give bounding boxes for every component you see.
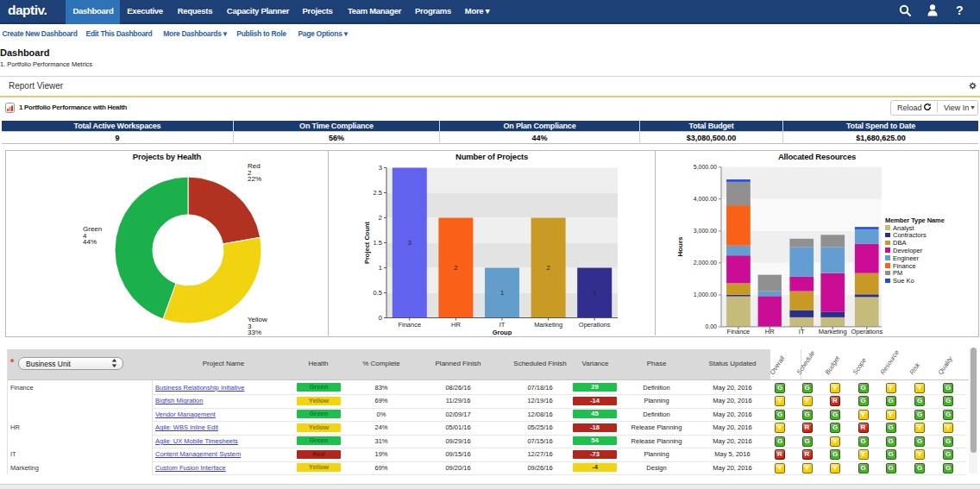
svg-text:5,000.00: 5,000.00 — [694, 164, 717, 170]
svg-text:1: 1 — [593, 289, 596, 297]
svg-text:2,000.00: 2,000.00 — [694, 260, 717, 266]
svg-text:Project Count: Project Count — [363, 221, 371, 264]
svg-text:Group: Group — [493, 329, 512, 335]
svg-text:3,000.00: 3,000.00 — [694, 228, 717, 234]
svg-text:2: 2 — [379, 214, 382, 222]
svg-text:Hours: Hours — [676, 236, 684, 257]
svg-text:3: 3 — [408, 239, 411, 247]
svg-text:1,000.00: 1,000.00 — [694, 292, 717, 298]
svg-text:Finance: Finance — [398, 321, 421, 329]
svg-text:2.5: 2.5 — [374, 189, 382, 197]
svg-text:HR: HR — [451, 321, 461, 329]
svg-text:1: 1 — [379, 264, 382, 272]
svg-text:2: 2 — [547, 264, 550, 272]
svg-text:IT: IT — [499, 321, 506, 329]
svg-text:1: 1 — [500, 289, 504, 297]
svg-text:0: 0 — [379, 314, 382, 322]
svg-text:2: 2 — [454, 264, 457, 272]
svg-text:0.5: 0.5 — [374, 289, 382, 297]
svg-text:Marketing: Marketing — [534, 321, 562, 329]
svg-text:0.00: 0.00 — [705, 323, 717, 329]
svg-text:4,000.00: 4,000.00 — [694, 196, 717, 202]
svg-text:Operations: Operations — [579, 321, 611, 329]
svg-text:1.5: 1.5 — [374, 239, 382, 247]
svg-text:3: 3 — [379, 164, 382, 172]
